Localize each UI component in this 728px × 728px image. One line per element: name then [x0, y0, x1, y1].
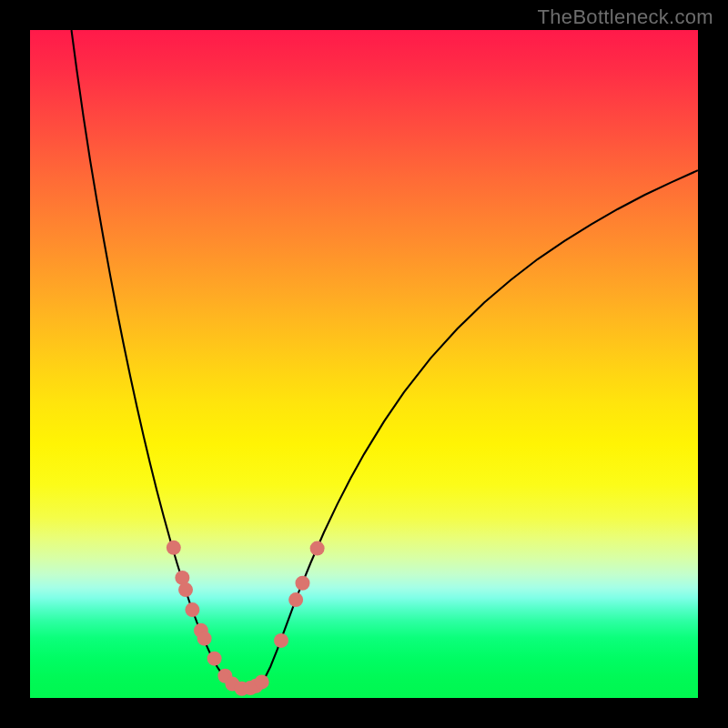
watermark-text: TheBottleneck.com [538, 5, 713, 29]
chart-root: TheBottleneck.com [0, 0, 728, 728]
data-marker [178, 582, 193, 597]
data-markers [167, 541, 325, 696]
data-marker [185, 602, 199, 617]
data-marker [274, 633, 288, 648]
data-marker [255, 674, 269, 689]
data-marker [207, 652, 222, 666]
data-marker [295, 576, 309, 591]
data-marker [310, 541, 325, 556]
data-marker [167, 541, 181, 555]
plot-area [30, 30, 698, 698]
data-marker [288, 592, 303, 607]
data-marker [197, 632, 212, 646]
curve-layer [30, 30, 698, 698]
bottleneck-curve [72, 30, 698, 689]
